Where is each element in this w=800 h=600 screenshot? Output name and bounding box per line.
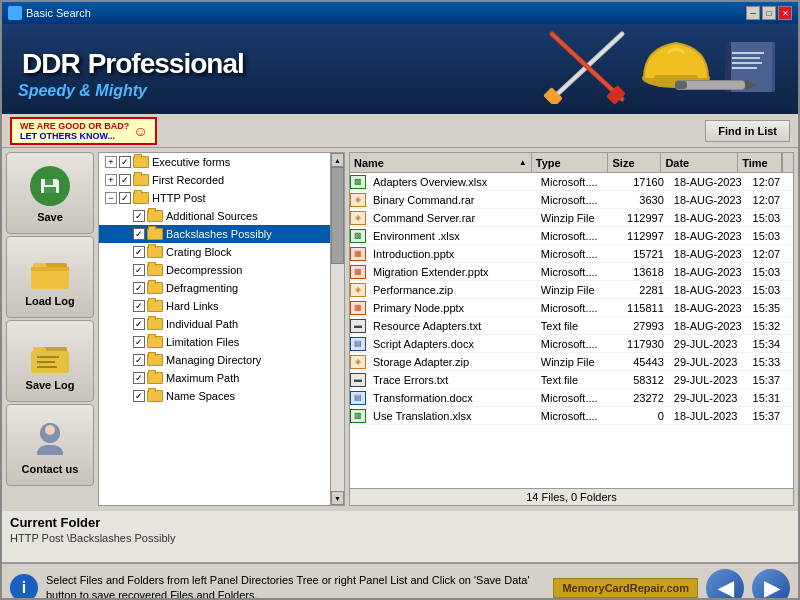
file-name: Resource Adapters.txt [369, 319, 485, 333]
forward-button[interactable]: ▶ [752, 569, 790, 600]
table-row[interactable]: ◈Storage Adapter.zipWinzip File4544329-J… [350, 353, 793, 371]
tree-expand-icon[interactable]: + [105, 174, 117, 186]
col-header-size[interactable]: Size [608, 153, 661, 172]
svg-rect-22 [53, 179, 57, 183]
tree-item[interactable]: Maximum Path [99, 369, 330, 387]
contact-us-button[interactable]: Contact us [6, 404, 94, 486]
tree-scrollbar[interactable]: ▲ ▼ [330, 153, 344, 505]
find-in-list-button[interactable]: Find in List [705, 120, 790, 142]
svg-rect-18 [675, 81, 687, 89]
file-date: 18-AUG-2023 [670, 247, 749, 261]
table-row[interactable]: ▬Trace Errors.txtText file5831229-JUL-20… [350, 371, 793, 389]
file-name: Adapters Overview.xlsx [369, 175, 491, 189]
file-type: Text file [537, 319, 616, 333]
tree-item-label: Limitation Files [166, 336, 239, 348]
tree-checkbox[interactable] [133, 210, 145, 222]
file-date: 29-JUL-2023 [670, 391, 749, 405]
table-row[interactable]: ▦Primary Node.pptxMicrosoft....11581118-… [350, 299, 793, 317]
tree-item[interactable]: +First Recorded [99, 171, 330, 189]
tree-checkbox[interactable] [133, 246, 145, 258]
tree-item-label: Executive forms [152, 156, 230, 168]
file-time: 15:31 [749, 391, 793, 405]
table-row[interactable]: ▬Resource Adapters.txtText file2799318-A… [350, 317, 793, 335]
save-label: Save [37, 211, 63, 223]
tree-item[interactable]: +Executive forms [99, 153, 330, 171]
tree-scroll-thumb[interactable] [331, 167, 344, 264]
file-name: Binary Command.rar [369, 193, 478, 207]
file-date: 18-AUG-2023 [670, 319, 749, 333]
tree-item[interactable]: Additional Sources [99, 207, 330, 225]
table-row[interactable]: ▩Environment .xlsxMicrosoft....11299718-… [350, 227, 793, 245]
tree-item[interactable]: Hard Links [99, 297, 330, 315]
tree-checkbox[interactable] [119, 192, 131, 204]
file-name: Transformation.docx [369, 391, 477, 405]
tree-checkbox[interactable] [133, 264, 145, 276]
save-button[interactable]: Save [6, 152, 94, 234]
col-header-type[interactable]: Type [532, 153, 609, 172]
tree-scroll-down[interactable]: ▼ [331, 491, 344, 505]
table-row[interactable]: ▤Script Adapters.docxMicrosoft....117930… [350, 335, 793, 353]
maximize-button[interactable]: □ [762, 6, 776, 20]
col-header-time[interactable]: Time [738, 153, 781, 172]
close-button[interactable]: ✕ [778, 6, 792, 20]
tree-checkbox[interactable] [133, 372, 145, 384]
load-log-button[interactable]: Load Log [6, 236, 94, 318]
tree-checkbox[interactable] [133, 300, 145, 312]
tree-item[interactable]: Crating Block [99, 243, 330, 261]
col-scroll-spacer [782, 153, 794, 172]
tree-checkbox[interactable] [133, 318, 145, 330]
file-size: 15721 [616, 247, 670, 261]
table-row[interactable]: ▩Use Translation.xlsxMicrosoft....018-JU… [350, 407, 793, 425]
current-folder-path: HTTP Post \Backslashes Possibly [10, 532, 790, 544]
tree-checkbox[interactable] [133, 228, 145, 240]
table-row[interactable]: ▦Migration Extender.pptxMicrosoft....136… [350, 263, 793, 281]
tree-scroll-up[interactable]: ▲ [331, 153, 344, 167]
table-row[interactable]: ◈Performance.zipWinzip File228118-AUG-20… [350, 281, 793, 299]
table-row[interactable]: ▩Adapters Overview.xlsxMicrosoft....1716… [350, 173, 793, 191]
tree-item[interactable]: Defragmenting [99, 279, 330, 297]
tree-checkbox[interactable] [133, 390, 145, 402]
file-type: Microsoft.... [537, 337, 616, 351]
file-size: 3630 [616, 193, 670, 207]
tree-checkbox[interactable] [119, 156, 131, 168]
file-date: 18-AUG-2023 [670, 211, 749, 225]
table-row[interactable]: ▦Introduction.pptxMicrosoft....1572118-A… [350, 245, 793, 263]
tree-item[interactable]: Limitation Files [99, 333, 330, 351]
table-row[interactable]: ◈Binary Command.rarMicrosoft....363018-A… [350, 191, 793, 209]
contact-icon [29, 417, 71, 459]
tree-item-label: Hard Links [166, 300, 219, 312]
tree-item[interactable]: −HTTP Post [99, 189, 330, 207]
save-log-button[interactable]: Save Log [6, 320, 94, 402]
file-type: Microsoft.... [537, 193, 616, 207]
title-bar-controls[interactable]: ─ □ ✕ [746, 6, 792, 20]
load-log-label: Load Log [25, 295, 75, 307]
table-row[interactable]: ◈Command Server.rarWinzip File11299718-A… [350, 209, 793, 227]
tree-item-label: Decompression [166, 264, 242, 276]
back-button[interactable]: ◀ [706, 569, 744, 600]
tree-item[interactable]: Individual Path [99, 315, 330, 333]
tree-item[interactable]: Managing Directory [99, 351, 330, 369]
file-size: 115811 [616, 301, 670, 315]
tree-checkbox[interactable] [133, 282, 145, 294]
tree-item[interactable]: Decompression [99, 261, 330, 279]
minimize-button[interactable]: ─ [746, 6, 760, 20]
tree-item[interactable]: Name Spaces [99, 387, 330, 405]
col-header-name[interactable]: Name ▲ [350, 153, 532, 172]
table-row[interactable]: ▤Transformation.docxMicrosoft....2327229… [350, 389, 793, 407]
tree-expand-icon[interactable]: − [105, 192, 117, 204]
status-text: Select Files and Folders from left Panel… [46, 573, 545, 600]
window-title: Basic Search [26, 7, 91, 19]
file-date: 18-JUL-2023 [670, 409, 749, 423]
tree-item[interactable]: Backslashes Possibly [99, 225, 330, 243]
tree-checkbox[interactable] [119, 174, 131, 186]
col-header-date[interactable]: Date [661, 153, 738, 172]
tree-checkbox[interactable] [133, 336, 145, 348]
tree-checkbox[interactable] [133, 354, 145, 366]
feedback-line2: LET OTHERS KNOW... [20, 131, 129, 141]
file-time: 15:34 [749, 337, 793, 351]
file-type: Microsoft.... [537, 229, 616, 243]
svg-rect-13 [732, 62, 762, 64]
feedback-button[interactable]: WE ARE GOOD OR BAD? LET OTHERS KNOW... ☺ [10, 117, 157, 145]
tree-expand-icon[interactable]: + [105, 156, 117, 168]
save-log-label: Save Log [26, 379, 75, 391]
